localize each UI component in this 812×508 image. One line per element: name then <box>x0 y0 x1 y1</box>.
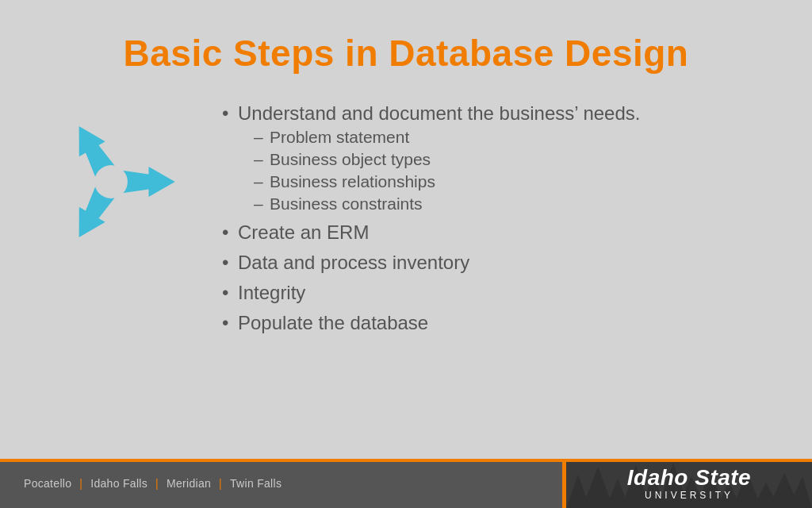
location-idaho-falls: Idaho Falls <box>90 477 147 490</box>
footer-divider <box>562 459 566 508</box>
sep-2: | <box>155 477 159 490</box>
content-area: Understand and document the business’ ne… <box>0 98 812 342</box>
sub-item-1-1: Problem statement <box>254 128 812 147</box>
sub-list-1: Problem statement Business object types … <box>238 128 812 214</box>
svg-marker-1 <box>122 167 175 197</box>
slide: Basic Steps in Database Design <box>0 0 812 508</box>
sub-item-1-3: Business relationships <box>254 172 812 191</box>
location-meridian: Meridian <box>167 477 211 490</box>
isu-logo: Idaho State UNIVERSITY <box>627 466 751 502</box>
university-name: Idaho State <box>627 466 751 491</box>
sub-item-1-2: Business object types <box>254 150 812 169</box>
isu-logo-text: Idaho State UNIVERSITY <box>627 466 751 502</box>
bullet-item-4: Integrity <box>222 282 812 304</box>
location-pocatello: Pocatello <box>24 477 71 490</box>
sep-1: | <box>79 477 82 490</box>
bullet-item-2: Create an ERM <box>222 221 812 244</box>
footer: Pocatello | Idaho Falls | Meridian | Twi… <box>0 459 812 508</box>
slide-title: Basic Steps in Database Design <box>124 32 689 75</box>
footer-locations: Pocatello | Idaho Falls | Meridian | Twi… <box>24 477 282 490</box>
university-sub: UNIVERSITY <box>645 490 733 501</box>
recycle-icon <box>36 106 186 257</box>
svg-point-3 <box>94 165 128 198</box>
sub-item-1-4: Business constraints <box>254 194 812 214</box>
bullet-item-3: Data and process inventory <box>222 252 812 274</box>
bullet-list: Understand and document the business’ ne… <box>198 98 812 342</box>
location-twin-falls: Twin Falls <box>230 477 282 490</box>
footer-left: Pocatello | Idaho Falls | Meridian | Twi… <box>0 459 562 508</box>
orange-accent-bar <box>0 459 812 462</box>
bullet-item-5: Populate the database <box>222 312 812 334</box>
icon-area <box>24 98 198 257</box>
bullet-item-1: Understand and document the business’ ne… <box>222 102 812 214</box>
sep-3: | <box>219 477 222 490</box>
main-content: Basic Steps in Database Design <box>0 0 812 459</box>
footer-right: Idaho State UNIVERSITY <box>566 459 812 508</box>
